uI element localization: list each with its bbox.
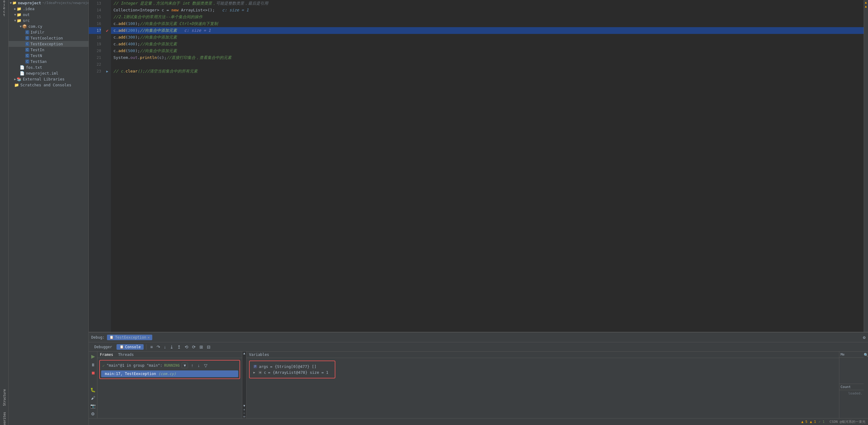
- sidebar-item-TestCoolection[interactable]: C TestCoolection: [9, 35, 89, 41]
- project-icon: 📁: [12, 1, 17, 5]
- step-into-my-code-btn[interactable]: ⤓: [168, 344, 175, 350]
- stop-program-btn[interactable]: ⏹: [90, 370, 96, 376]
- folder-icon: 📁: [17, 18, 22, 23]
- debug-settings-gear[interactable]: ⚙: [863, 335, 866, 340]
- line-num-22: 22: [89, 61, 101, 68]
- project-tool-btn[interactable]: Project: [1, 1, 8, 8]
- threads-tab[interactable]: Threads: [118, 353, 134, 357]
- frame-label: main:17, TestEexception: [105, 372, 158, 376]
- code-editor[interactable]: // Integer 是定量，方法均来自于 int 数据类类里，可能是整数类里，…: [111, 0, 864, 332]
- close-session-btn[interactable]: ✕: [148, 335, 150, 340]
- variables-header: Variables: [247, 352, 839, 358]
- sidebar-item-label: fos.txt: [26, 65, 42, 70]
- sidebar-item-idea[interactable]: ▶ 📁 .idea: [9, 6, 89, 12]
- sidebar-item-label: External Libraries: [23, 77, 64, 82]
- paint-btn[interactable]: 🖌: [90, 395, 96, 401]
- sidebar-item-TestEexception[interactable]: C TestEexception: [9, 41, 89, 47]
- sidebar-item-out[interactable]: ▼ 📁 out: [9, 12, 89, 18]
- debug-tab-console[interactable]: 📋 Console: [117, 344, 144, 350]
- right-scrollbar[interactable]: ▲ ▲: [864, 0, 868, 332]
- favorites-tool-btn[interactable]: Favorites: [1, 417, 8, 424]
- sidebar-item-InFilr[interactable]: C InFilr: [9, 29, 89, 35]
- code-line-22: [111, 61, 864, 68]
- gutter-23: ▶: [103, 68, 111, 74]
- sidebar-item-src[interactable]: ▼ 📁 src: [9, 18, 89, 24]
- frame-down-btn[interactable]: ↓: [196, 362, 201, 369]
- sidebar-item-newprojectiml[interactable]: 📄 newproject.iml: [9, 70, 89, 76]
- code-line-23: // c.clear();//清空当前集合中的所有元素: [111, 68, 864, 74]
- sidebar-item-newproject[interactable]: ▼ 📁 newproject ~/IdeaProjects/newproject: [9, 0, 89, 6]
- variables-area: P args = {String[0]@477} [] ▶ ≡ c = {Arr…: [247, 358, 839, 418]
- editor-debug-wrapper: 13 14 15 16 17 18 19 20 21 22 23: [89, 0, 868, 425]
- variables-red-outline: P args = {String[0]@477} [] ▶ ≡ c = {Arr…: [249, 361, 335, 378]
- resume-btn[interactable]: ⟳: [191, 344, 197, 350]
- sidebar-item-label: TestIn: [31, 48, 44, 52]
- code-line-14: Collection<Integer> c = new ArrayList<>(…: [111, 7, 864, 13]
- gutter-19: [103, 41, 111, 48]
- resume-program-btn[interactable]: ▶: [90, 353, 96, 360]
- frame-up-btn[interactable]: ↑: [190, 362, 194, 369]
- pause-program-btn[interactable]: ⏸: [90, 362, 96, 368]
- scroll-down-btn[interactable]: ▼: [243, 404, 246, 407]
- breakpoint-gutter: ✔ ▶: [103, 0, 111, 332]
- sidebar-item-fostxt[interactable]: 📄 fos.txt: [9, 64, 89, 70]
- sidebar-item-label: TestEexception: [31, 42, 63, 46]
- debug-body: ▶ ⏸ ⏹ 🐛 🖌 📷 ⚙ Frames Threads: [89, 352, 868, 418]
- debug-session-tab[interactable]: 📋 TestEexception ✕: [107, 335, 152, 340]
- divider: [146, 344, 147, 350]
- warning-indicator: ▲: [865, 1, 867, 4]
- step-into-btn[interactable]: ↓: [163, 344, 167, 350]
- variable-row-c[interactable]: ▶ ≡ c = {ArrayList@478} size = 1: [252, 369, 332, 375]
- code-line-20: c.add(500);//向集合中添加元素: [111, 48, 864, 54]
- class-icon: C: [25, 30, 29, 34]
- filter-btn[interactable]: ▽: [203, 362, 209, 369]
- mute-breakpoints-btn[interactable]: ⊟: [206, 344, 212, 350]
- settings-btn[interactable]: ⚙: [90, 411, 96, 417]
- infinity-btn[interactable]: ∞: [243, 415, 245, 418]
- package-icon: 📦: [22, 24, 27, 29]
- step-over-btn[interactable]: ↷: [155, 344, 161, 350]
- frame-row-main[interactable]: main:17, TestEexception (com.cy): [101, 370, 238, 377]
- left-tool-strip: Project Structure Favorites: [0, 0, 9, 425]
- camera-btn[interactable]: 📷: [89, 403, 97, 409]
- structure-tool-btn[interactable]: Structure: [1, 394, 8, 401]
- alerts-count: ▲ 1: [810, 420, 816, 424]
- step-out-btn[interactable]: ↥: [176, 344, 182, 350]
- sidebar-item-TestN[interactable]: C TestN: [9, 53, 89, 59]
- rerun-btn[interactable]: ⟲: [183, 344, 190, 350]
- add-watch-btn[interactable]: +: [244, 408, 245, 412]
- frames-tab[interactable]: Frames: [100, 353, 113, 357]
- me-search-strip: 🔍: [864, 352, 868, 418]
- sidebar-item-TestSan[interactable]: C TestSan: [9, 59, 89, 64]
- frame-file-ref: (com.cy): [158, 372, 176, 376]
- thread-dropdown[interactable]: ▼: [182, 363, 188, 368]
- sidebar-item-scratches-consoles[interactable]: 📁 Scratches and Consoles: [9, 82, 89, 88]
- sidebar-item-comcy[interactable]: ▼ 📦 com.cy: [9, 24, 89, 29]
- scroll-up-btn[interactable]: ▲: [243, 352, 246, 355]
- remove-watch-btn[interactable]: −: [244, 412, 245, 415]
- sidebar-item-label: TestCoolection: [31, 36, 63, 40]
- sidebar-item-label: TestN: [31, 53, 42, 58]
- collection-icon: ≡: [258, 371, 262, 374]
- debug-label: Debug:: [91, 335, 104, 340]
- frames-scroll-indicator[interactable]: ▲ ▼ + − ∞: [242, 352, 247, 418]
- gutter-18: [103, 34, 111, 41]
- bug-analyze-btn[interactable]: 🐛: [89, 387, 97, 393]
- sidebar-item-TestIn[interactable]: C TestIn: [9, 47, 89, 53]
- me-search-btn[interactable]: 🔍: [864, 353, 868, 357]
- sidebar-item-external-libraries[interactable]: ▶ 📚 External Libraries: [9, 76, 89, 82]
- gutter-21: [103, 54, 111, 61]
- show-execution-point-btn[interactable]: ≡: [149, 344, 154, 350]
- sidebar-item-label: .idea: [23, 6, 34, 11]
- line-num-20: 20: [89, 48, 101, 54]
- expand-arrow: ▶: [14, 78, 16, 81]
- thread-selector-row: ✓ "main"@1 in group "main": RUNNING ▼ ↑: [101, 362, 238, 369]
- code-line-18: c.add(300);//向集合中添加元素: [111, 34, 864, 41]
- class-icon: C: [25, 42, 29, 46]
- folder-icon: 📁: [17, 12, 22, 17]
- debug-tab-debugger[interactable]: Debugger: [91, 344, 115, 350]
- console-icon: 📋: [110, 335, 114, 339]
- me-content: [839, 358, 864, 384]
- debug-left-strip: ▶ ⏸ ⏹ 🐛 🖌 📷 ⚙: [89, 352, 97, 418]
- view-breakpoints-btn[interactable]: ⊞: [198, 344, 204, 350]
